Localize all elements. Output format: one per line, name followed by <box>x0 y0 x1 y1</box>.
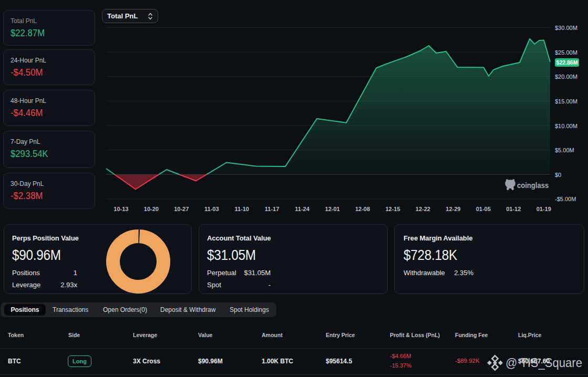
svg-text:$22.86M: $22.86M <box>556 59 578 66</box>
svg-text:12-29: 12-29 <box>446 206 460 212</box>
svg-text:$0: $0 <box>555 172 561 178</box>
svg-text:01-05: 01-05 <box>476 206 491 212</box>
svg-text:coinglass: coinglass <box>517 181 549 190</box>
svg-text:$15.00M: $15.00M <box>555 98 577 104</box>
svg-text:11-17: 11-17 <box>265 206 280 212</box>
svg-text:12-22: 12-22 <box>416 206 430 212</box>
svg-text:10-27: 10-27 <box>174 206 189 212</box>
svg-text:-$5.00M: -$5.00M <box>555 196 576 202</box>
svg-text:01-19: 01-19 <box>537 206 551 212</box>
svg-text:12-08: 12-08 <box>355 206 370 212</box>
svg-text:10-13: 10-13 <box>114 206 128 212</box>
svg-text:$20.00M: $20.00M <box>555 74 577 80</box>
svg-text:$10.00M: $10.00M <box>555 123 577 129</box>
svg-text:11-03: 11-03 <box>204 206 219 212</box>
svg-text:12-01: 12-01 <box>325 206 340 212</box>
svg-text:$5.00M: $5.00M <box>555 147 574 153</box>
svg-text:11-10: 11-10 <box>234 206 249 212</box>
svg-text:12-15: 12-15 <box>385 206 400 212</box>
svg-text:10-20: 10-20 <box>144 206 159 212</box>
svg-text:$30.00M: $30.00M <box>555 25 577 31</box>
svg-text:11-24: 11-24 <box>295 206 310 212</box>
svg-text:01-12: 01-12 <box>506 206 521 212</box>
svg-text:$25.00M: $25.00M <box>555 49 577 56</box>
